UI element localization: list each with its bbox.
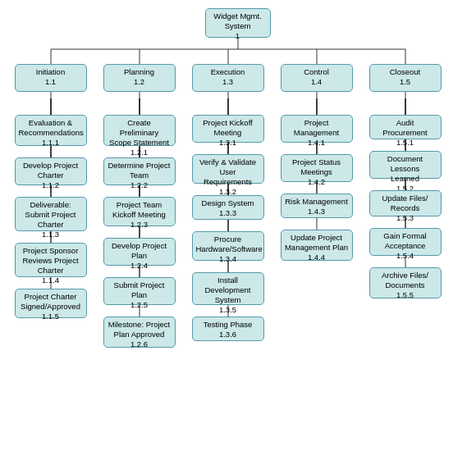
node-1.4.3: Risk Management1.4.3 [281, 194, 353, 218]
node-1.3: Execution1.3 [192, 64, 264, 92]
node-1.4.2: Project StatusMeetings1.4.2 [281, 154, 353, 182]
node-1.5.3: Update Files/Records1.5.3 [369, 190, 442, 216]
node-1.5.2: Document LessonsLearned1.5.2 [369, 151, 442, 179]
node-1.2.6: Milestone: ProjectPlan Approved1.2.6 [103, 317, 176, 348]
node-1.1.1: Evaluation &Recommendations1.1.1 [15, 115, 87, 146]
node-1.3.4: ProcureHardware/Software1.3.4 [192, 231, 264, 261]
node-1.1.5: Project CharterSigned/Approved1.1.5 [15, 289, 87, 318]
node-1.3.6: Testing Phase1.3.6 [192, 317, 264, 341]
org-chart: Widget Mgmt.System1Initiation1.1Planning… [2, 0, 474, 443]
node-1.3.2: Verify & ValidateUser Requirements1.3.2 [192, 154, 264, 184]
node-1.5.4: Gain FormalAcceptance1.5.4 [369, 228, 442, 256]
node-1.4.1: ProjectManagement1.4.1 [281, 115, 353, 143]
node-1.1.4: Project SponsorReviews ProjectCharter1.1… [15, 243, 87, 277]
node-1.2.4: Develop ProjectPlan1.2.4 [103, 238, 176, 266]
node-1.4: Control1.4 [281, 64, 353, 92]
node-1.1.3: Deliverable:Submit ProjectCharter1.1.3 [15, 197, 87, 231]
node-1.3.5: InstallDevelopmentSystem1.3.5 [192, 272, 264, 305]
node-1.2: Planning1.2 [103, 64, 176, 92]
node-root: Widget Mgmt.System1 [205, 8, 271, 38]
node-1.2.3: Project TeamKickoff Meeting1.2.3 [103, 197, 176, 226]
node-1.3.1: Project KickoffMeeting1.3.1 [192, 115, 264, 143]
node-1.3.3: Design System1.3.3 [192, 195, 264, 220]
node-1.2.2: Determine ProjectTeam1.2.2 [103, 157, 176, 185]
node-1.5.1: Audit Procurement1.5.1 [369, 115, 442, 139]
node-1.2.1: Create PreliminaryScope Statement1.2.1 [103, 115, 176, 146]
node-1.4.4: Update ProjectManagement Plan1.4.4 [281, 230, 353, 261]
node-1.1: Initiation1.1 [15, 64, 87, 92]
node-1.2.5: Submit ProjectPlan1.2.5 [103, 277, 176, 305]
node-1.5.5: Archive Files/Documents1.5.5 [369, 267, 442, 298]
node-1.1.2: Develop ProjectCharter1.1.2 [15, 157, 87, 185]
node-1.5: Closeout1.5 [369, 64, 442, 92]
